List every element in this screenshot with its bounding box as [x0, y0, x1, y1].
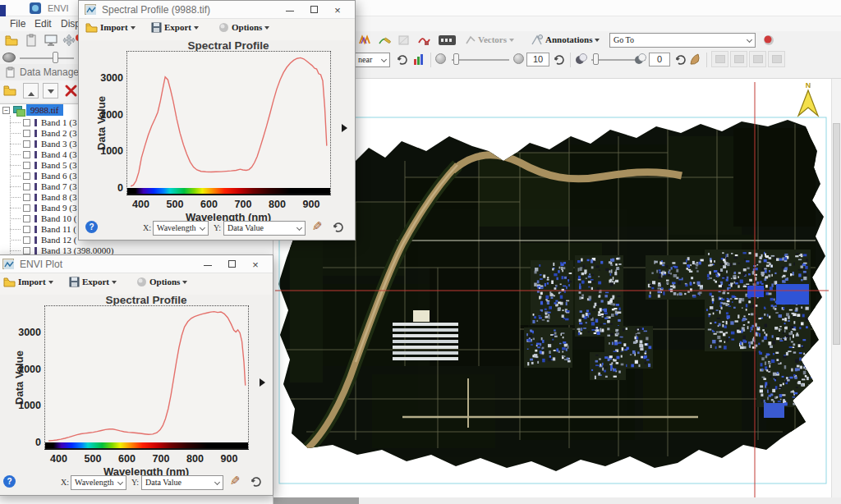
- x-axis-combobox[interactable]: Wavelength: [71, 475, 126, 490]
- band-checkbox[interactable]: [23, 236, 30, 244]
- goto-combobox[interactable]: Go To: [609, 33, 756, 48]
- band-checkbox[interactable]: [23, 140, 30, 148]
- dataset-name[interactable]: 9988.tif: [26, 104, 63, 116]
- monitor-icon[interactable]: [44, 34, 57, 47]
- export-button[interactable]: Export: [69, 277, 117, 287]
- dim-slider-track[interactable]: [20, 57, 74, 59]
- y-axis-combobox[interactable]: Data Value: [141, 475, 223, 490]
- maximize-button[interactable]: [220, 255, 245, 273]
- spectral-profile-tool-icon[interactable]: [358, 34, 371, 47]
- band-checkbox[interactable]: [23, 172, 30, 180]
- refresh-transparency-icon[interactable]: [674, 53, 687, 66]
- tree-collapse-toggle[interactable]: −: [2, 107, 10, 114]
- stretch-type-combobox[interactable]: near: [354, 53, 390, 67]
- options-button[interactable]: Options: [136, 277, 187, 287]
- foot-zoom-icon[interactable]: [688, 52, 701, 65]
- dim-knob-icon[interactable]: [2, 53, 16, 62]
- window-title: Spectral Profile (9988.tif): [102, 4, 210, 16]
- window-titlebar[interactable]: ENVI Plot ×: [0, 255, 273, 273]
- band-checkbox[interactable]: [23, 194, 30, 201]
- toolbar-separator: [430, 53, 431, 67]
- brightness-slider-thumb[interactable]: [453, 53, 459, 65]
- x-axis-combobox[interactable]: Wavelength: [153, 221, 209, 236]
- annotations-menu[interactable]: Annotations: [545, 34, 600, 44]
- y-axis-value: Data Value: [227, 223, 264, 232]
- refresh-stretch-icon[interactable]: [396, 53, 409, 66]
- window-titlebar[interactable]: Spectral Profile (9988.tif) ×: [79, 1, 355, 19]
- histogram-stretch-icon[interactable]: [413, 53, 426, 66]
- view-button-disabled[interactable]: [730, 51, 747, 67]
- expand-panel-arrow[interactable]: [260, 378, 269, 387]
- band-label: Band 5 (3: [41, 160, 76, 170]
- import-button[interactable]: Import: [3, 277, 53, 287]
- band-label: Band 10 (: [41, 213, 76, 223]
- view-button-disabled[interactable]: [749, 51, 766, 67]
- edit-pencil-icon[interactable]: ✎: [230, 474, 241, 488]
- clipboard-icon[interactable]: [25, 34, 38, 47]
- sharpen-icon[interactable]: [575, 53, 588, 66]
- close-file-icon[interactable]: [64, 84, 77, 97]
- band-math-icon[interactable]: [439, 34, 452, 48]
- status-strip: [359, 497, 841, 504]
- import-button[interactable]: Import: [85, 22, 136, 33]
- classification-tool-icon[interactable]: [417, 34, 430, 47]
- band-checkbox[interactable]: [23, 151, 30, 158]
- y-tick-label: 1000: [3, 400, 41, 411]
- band-checkbox[interactable]: [23, 162, 30, 169]
- vectors-menu[interactable]: Vectors: [478, 34, 514, 44]
- menu-file[interactable]: File: [10, 18, 25, 30]
- move-layer-up-button[interactable]: [23, 83, 39, 99]
- scrollbar-thumb[interactable]: [833, 123, 840, 345]
- options-label: Options: [149, 277, 180, 286]
- record-location-icon[interactable]: [762, 34, 775, 47]
- open-folder-icon[interactable]: [5, 34, 18, 47]
- minimize-button[interactable]: [195, 255, 220, 273]
- roi-tool-icon-disabled[interactable]: [398, 34, 411, 47]
- y-axis-combobox[interactable]: Data Value: [223, 221, 306, 236]
- view-button-disabled[interactable]: [711, 51, 728, 67]
- vertical-scrollbar[interactable]: [831, 79, 841, 504]
- band-checkbox[interactable]: [23, 226, 30, 233]
- north-arrow: N: [798, 81, 818, 116]
- spectral-pencil-icon[interactable]: [378, 34, 391, 47]
- refresh-plot-icon[interactable]: [332, 221, 344, 236]
- menu-edit[interactable]: Edit: [34, 18, 52, 30]
- band-checkbox[interactable]: [23, 119, 30, 126]
- maximize-button[interactable]: [302, 1, 327, 18]
- chevron-down-icon: [117, 479, 123, 485]
- edit-pencil-icon[interactable]: ✎: [312, 219, 323, 234]
- options-button[interactable]: Options: [218, 22, 269, 33]
- view-button-disabled[interactable]: [768, 51, 785, 67]
- band-checkbox[interactable]: [23, 215, 30, 222]
- brightness-slider-track[interactable]: [452, 59, 509, 61]
- help-icon[interactable]: ?: [3, 475, 16, 488]
- transparency-icon[interactable]: [634, 53, 647, 66]
- close-button[interactable]: ×: [245, 255, 269, 273]
- expand-panel-arrow[interactable]: [342, 124, 352, 132]
- help-icon[interactable]: ?: [85, 221, 98, 233]
- band-checkbox[interactable]: [23, 183, 30, 190]
- minimize-button[interactable]: [278, 1, 302, 18]
- image-canvas[interactable]: N: [273, 79, 831, 504]
- move-layer-down-button[interactable]: [43, 83, 58, 99]
- dim-slider-thumb[interactable]: [53, 52, 58, 63]
- brightness-knob-icon[interactable]: [435, 53, 446, 64]
- sharpen-slider-thumb[interactable]: [593, 53, 599, 65]
- contrast-knob-icon[interactable]: [513, 53, 524, 64]
- export-button[interactable]: Export: [151, 22, 199, 33]
- tree-connector: [10, 144, 21, 144]
- close-button[interactable]: ×: [327, 1, 352, 18]
- band-checkbox[interactable]: [23, 130, 30, 137]
- band-checkbox[interactable]: [23, 247, 30, 254]
- band-checkbox[interactable]: [23, 204, 30, 212]
- annotations-label: Annotations: [545, 34, 592, 44]
- band-label: Band 3 (3: [41, 139, 76, 149]
- contrast-input[interactable]: 10: [526, 53, 549, 66]
- transparency-input[interactable]: 0: [649, 53, 670, 66]
- refresh-contrast-icon[interactable]: [553, 53, 566, 66]
- open-file-icon[interactable]: [3, 84, 16, 97]
- x-tick-label: 900: [298, 199, 324, 210]
- plot-area[interactable]: [126, 51, 331, 195]
- refresh-plot-icon[interactable]: [250, 475, 262, 490]
- plot-area[interactable]: [44, 305, 249, 450]
